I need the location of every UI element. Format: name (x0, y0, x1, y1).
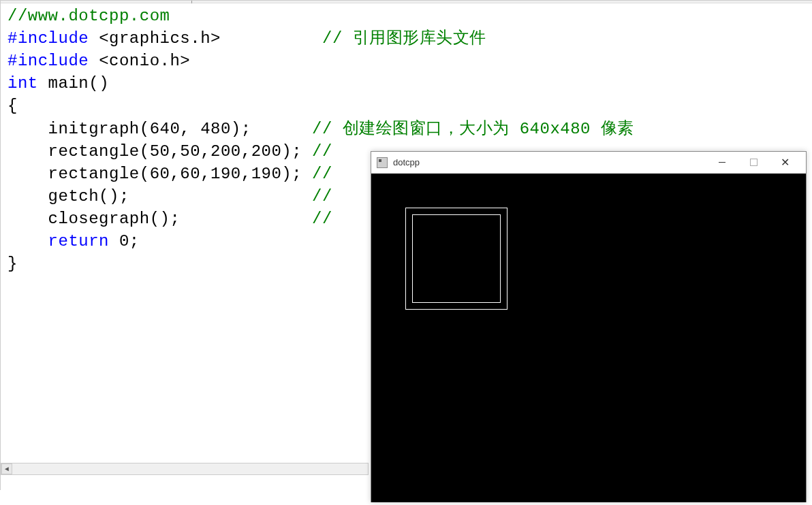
code-line: { (7, 95, 634, 117)
close-button[interactable]: ✕ (769, 152, 800, 173)
minimize-button[interactable] (706, 152, 738, 173)
code-line: initgraph(640, 480); // 创建绘图窗口，大小为 640x4… (7, 118, 634, 140)
code-token: #include (7, 52, 89, 70)
editor-ruler (1, 1, 812, 3)
code-token: closegraph(); (7, 210, 312, 228)
code-token: // (312, 210, 332, 228)
window-titlebar[interactable]: dotcpp ✕ (371, 152, 806, 174)
graphics-canvas (371, 174, 806, 502)
code-token: rectangle(50,50,200,200); (7, 142, 312, 161)
app-icon (377, 157, 388, 168)
code-token: int (7, 74, 38, 93)
code-token: //www.dotcpp.com (7, 7, 170, 25)
ruler-mark (191, 1, 192, 3)
code-token (7, 232, 48, 250)
code-token (221, 29, 322, 48)
code-token: // (312, 142, 332, 161)
code-token: main() (38, 74, 109, 93)
code-line: #include <conio.h> (7, 50, 634, 72)
code-token (89, 52, 99, 70)
code-token: // 创建绘图窗口，大小为 640x480 像素 (312, 120, 634, 138)
rectangle-inner (412, 214, 501, 303)
scroll-left-arrow-icon[interactable]: ◄ (1, 463, 12, 474)
code-token: rectangle(60,60,190,190); (7, 165, 312, 183)
code-token: return (48, 232, 109, 250)
code-token: // (312, 165, 332, 183)
code-token (89, 29, 99, 48)
code-token: getch(); (7, 187, 312, 206)
code-line: int main() (7, 72, 634, 95)
code-token: { (7, 97, 18, 115)
code-token: <conio.h> (99, 52, 190, 70)
code-line: //www.dotcpp.com (7, 5, 634, 27)
code-token: // (312, 187, 332, 206)
code-token: 0; (109, 232, 140, 250)
maximize-button[interactable] (738, 152, 769, 173)
code-token: initgraph(640, 480); (7, 120, 312, 138)
code-line: #include <graphics.h> // 引用图形库头文件 (7, 27, 634, 50)
code-token: } (7, 255, 18, 273)
code-token: // 引用图形库头文件 (322, 29, 486, 48)
code-token: <graphics.h> (99, 29, 221, 48)
horizontal-scrollbar[interactable]: ◄ (1, 463, 369, 475)
graphics-output-window: dotcpp ✕ (371, 151, 807, 502)
window-title: dotcpp (393, 157, 420, 167)
code-token: #include (7, 29, 89, 48)
